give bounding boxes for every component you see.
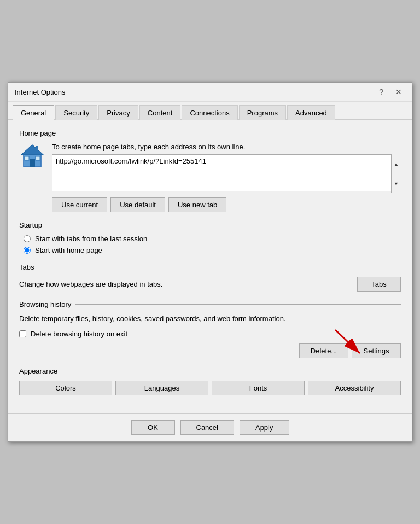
svg-marker-2: [21, 145, 43, 155]
browsing-history-divider: [75, 304, 401, 305]
scroll-down-arrow[interactable]: ▼: [392, 174, 401, 194]
homepage-section: Home page: [19, 129, 401, 212]
use-current-button[interactable]: Use current: [52, 197, 107, 212]
scroll-up-arrow[interactable]: ▲: [392, 154, 401, 174]
startup-radio-tabs[interactable]: [24, 235, 31, 242]
startup-option1-label: Start with tabs from the last session: [35, 235, 147, 243]
apply-button[interactable]: Apply: [240, 420, 289, 435]
homepage-url-input[interactable]: http://go.microsoft.com/fwlink/p/?LinkId…: [52, 154, 401, 191]
tab-programs[interactable]: Programs: [239, 105, 286, 120]
appearance-title: Appearance: [19, 367, 57, 375]
appearance-buttons: Colors Languages Fonts Accessibility: [19, 381, 401, 395]
scroll-arrows: ▲ ▼: [391, 154, 401, 193]
homepage-header: Home page: [19, 129, 401, 137]
settings-button[interactable]: Settings: [352, 343, 401, 358]
startup-divider: [46, 225, 401, 225]
window-title: Internet Options: [15, 88, 66, 96]
browsing-buttons: Delete... Settings: [19, 343, 401, 358]
homepage-url-wrapper: http://go.microsoft.com/fwlink/p/?LinkId…: [52, 154, 401, 193]
homepage-body: To create home page tabs, type each addr…: [19, 143, 401, 212]
colors-button[interactable]: Colors: [19, 381, 112, 395]
startup-radio-homepage[interactable]: [24, 247, 31, 254]
tab-security[interactable]: Security: [55, 105, 97, 120]
content-area: Home page: [8, 120, 412, 412]
homepage-divider: [60, 133, 401, 133]
startup-title: Startup: [19, 221, 42, 229]
startup-option2[interactable]: Start with home page: [24, 246, 401, 254]
tab-general[interactable]: General: [13, 105, 54, 120]
homepage-right: To create home page tabs, type each addr…: [52, 143, 401, 212]
startup-section: Startup Start with tabs from the last se…: [19, 221, 401, 254]
browsing-history-section: Browsing history Delete temporary files,…: [19, 300, 401, 358]
appearance-section: Appearance Colors Languages Fonts Access…: [19, 367, 401, 395]
tab-privacy[interactable]: Privacy: [98, 105, 138, 120]
tabs-divider: [38, 267, 401, 267]
homepage-buttons: Use current Use default Use new tab: [52, 197, 401, 212]
browsing-history-header: Browsing history: [19, 300, 401, 308]
title-buttons: ? ✕: [376, 87, 405, 97]
browsing-history-title: Browsing history: [19, 300, 71, 308]
delete-history-checkbox[interactable]: [19, 330, 26, 337]
help-button[interactable]: ?: [376, 87, 387, 97]
browsing-description: Delete temporary files, history, cookies…: [19, 314, 401, 324]
tabs-button[interactable]: Tabs: [357, 277, 401, 292]
dialog-footer: OK Cancel Apply: [8, 413, 412, 441]
startup-option2-label: Start with home page: [35, 246, 102, 254]
delete-button[interactable]: Delete...: [299, 343, 348, 358]
svg-rect-3: [30, 159, 35, 167]
homepage-title: Home page: [19, 129, 56, 137]
tabs-bar: General Security Privacy Content Connect…: [8, 102, 412, 120]
tabs-description: Change how webpages are displayed in tab…: [19, 280, 162, 288]
startup-options: Start with tabs from the last session St…: [24, 235, 401, 254]
ok-button[interactable]: OK: [131, 420, 175, 435]
homepage-description: To create home page tabs, type each addr…: [52, 143, 401, 151]
startup-option1[interactable]: Start with tabs from the last session: [24, 235, 401, 243]
delete-history-checkbox-row[interactable]: Delete browsing history on exit: [19, 330, 401, 338]
tabs-title: Tabs: [19, 263, 34, 271]
svg-rect-6: [36, 146, 38, 152]
svg-rect-4: [25, 156, 29, 160]
tabs-body: Change how webpages are displayed in tab…: [19, 277, 401, 292]
tab-connections[interactable]: Connections: [182, 105, 237, 120]
use-new-tab-button[interactable]: Use new tab: [168, 197, 226, 212]
startup-header: Startup: [19, 221, 401, 229]
tabs-section: Tabs Change how webpages are displayed i…: [19, 263, 401, 292]
close-button[interactable]: ✕: [392, 87, 405, 97]
delete-history-label: Delete browsing history on exit: [31, 330, 127, 338]
tab-content[interactable]: Content: [139, 105, 181, 120]
tab-advanced[interactable]: Advanced: [287, 105, 335, 120]
house-icon: [19, 143, 45, 169]
appearance-header: Appearance: [19, 367, 401, 375]
accessibility-button[interactable]: Accessibility: [308, 381, 401, 395]
languages-button[interactable]: Languages: [115, 381, 208, 395]
use-default-button[interactable]: Use default: [110, 197, 165, 212]
tabs-header: Tabs: [19, 263, 401, 271]
appearance-divider: [62, 371, 401, 371]
cancel-button[interactable]: Cancel: [180, 420, 234, 435]
fonts-button[interactable]: Fonts: [212, 381, 305, 395]
svg-rect-5: [36, 156, 40, 160]
